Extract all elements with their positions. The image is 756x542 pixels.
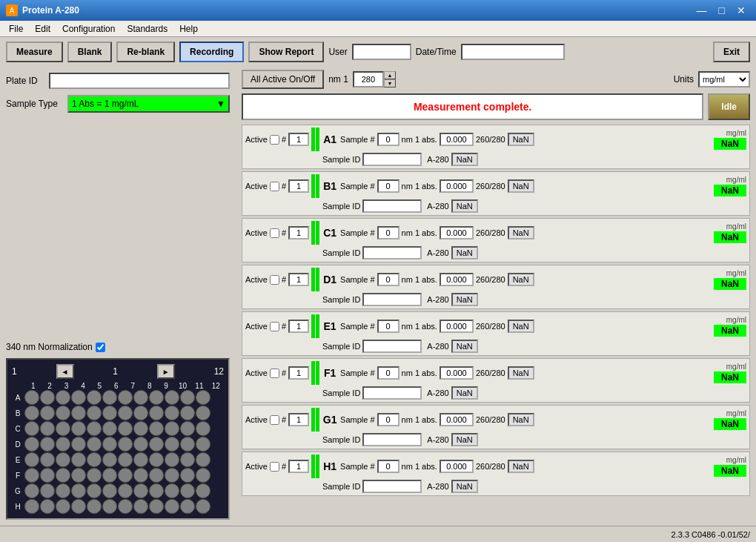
sample-num-C1[interactable] — [377, 226, 399, 239]
num-input-E1[interactable] — [288, 320, 309, 333]
nm1-abs-G1[interactable] — [440, 413, 474, 426]
well-a8[interactable] — [133, 390, 148, 405]
well-g7[interactable] — [118, 483, 133, 498]
well-c10[interactable] — [165, 421, 179, 436]
well-g2[interactable] — [40, 483, 55, 498]
well-b4[interactable] — [71, 406, 86, 420]
menu-configuration[interactable]: Configuration — [56, 22, 121, 36]
num-input-F1[interactable] — [288, 366, 309, 380]
well-e12[interactable] — [196, 452, 210, 467]
well-h5[interactable] — [87, 499, 102, 514]
well-f8[interactable] — [133, 468, 148, 483]
plate-id-input[interactable] — [49, 73, 230, 89]
well-d7[interactable] — [118, 437, 133, 452]
well-e1[interactable] — [24, 452, 39, 467]
well-h3[interactable] — [56, 499, 70, 514]
well-g4[interactable] — [71, 483, 86, 498]
re-blank-button[interactable]: Re-blank — [116, 42, 175, 62]
well-c12[interactable] — [196, 421, 210, 436]
sample-num-B1[interactable] — [377, 179, 399, 193]
num-input-G1[interactable] — [288, 413, 309, 426]
well-g5[interactable] — [87, 483, 102, 498]
well-d11[interactable] — [180, 437, 195, 452]
well-a6[interactable] — [102, 390, 117, 405]
num-input-D1[interactable] — [288, 273, 309, 286]
sample-id-input-H1[interactable] — [362, 480, 422, 493]
num-input-A1[interactable] — [288, 133, 309, 146]
well-h1[interactable] — [24, 499, 39, 514]
num-input-B1[interactable] — [288, 179, 309, 193]
well-c8[interactable] — [133, 421, 148, 436]
well-h12[interactable] — [196, 499, 210, 514]
active-checkbox-D1[interactable] — [270, 275, 279, 285]
well-b5[interactable] — [87, 406, 102, 420]
sample-num-F1[interactable] — [377, 366, 399, 380]
well-c6[interactable] — [102, 421, 117, 436]
sample-id-input-E1[interactable] — [362, 340, 422, 353]
well-b9[interactable] — [149, 406, 164, 420]
well-g12[interactable] — [196, 483, 210, 498]
active-checkbox-G1[interactable] — [270, 415, 279, 425]
plate-nav-left[interactable]: ◄ — [56, 364, 74, 379]
nm1-spin-up[interactable]: ▲ — [384, 71, 396, 79]
active-checkbox-B1[interactable] — [270, 182, 279, 191]
minimize-button[interactable]: — — [692, 4, 712, 16]
nm1-abs-E1[interactable] — [440, 320, 474, 333]
well-d10[interactable] — [165, 437, 179, 452]
all-active-button[interactable]: All Active On/Off — [242, 70, 324, 89]
sample-id-input-B1[interactable] — [362, 199, 422, 213]
close-button[interactable]: ✕ — [732, 4, 750, 16]
exit-button[interactable]: Exit — [713, 42, 750, 62]
sample-id-input-D1[interactable] — [362, 293, 422, 306]
plate-nav-right[interactable]: ► — [157, 364, 175, 379]
nm1-abs-A1[interactable] — [440, 133, 474, 146]
well-f12[interactable] — [196, 468, 210, 483]
well-c11[interactable] — [180, 421, 195, 436]
sample-type-select[interactable]: 1 Abs = 1 mg/mL ▼ — [67, 95, 230, 113]
measure-button[interactable]: Measure — [6, 42, 63, 62]
nm1-abs-D1[interactable] — [440, 273, 474, 286]
well-d12[interactable] — [196, 437, 210, 452]
well-a3[interactable] — [56, 390, 70, 405]
well-a2[interactable] — [40, 390, 55, 405]
sample-id-input-F1[interactable] — [362, 386, 422, 400]
well-c7[interactable] — [118, 421, 133, 436]
well-d4[interactable] — [71, 437, 86, 452]
well-e11[interactable] — [180, 452, 195, 467]
well-h2[interactable] — [40, 499, 55, 514]
well-b1[interactable] — [24, 406, 39, 420]
sample-id-input-C1[interactable] — [362, 246, 422, 260]
menu-standards[interactable]: Standards — [121, 22, 173, 36]
well-f5[interactable] — [87, 468, 102, 483]
well-d8[interactable] — [133, 437, 148, 452]
sample-num-A1[interactable] — [377, 133, 399, 146]
well-a11[interactable] — [180, 390, 195, 405]
well-g3[interactable] — [56, 483, 70, 498]
well-d9[interactable] — [149, 437, 164, 452]
well-a4[interactable] — [71, 390, 86, 405]
nm1-spin-down[interactable]: ▼ — [384, 79, 396, 87]
well-h4[interactable] — [71, 499, 86, 514]
well-d1[interactable] — [24, 437, 39, 452]
well-g8[interactable] — [133, 483, 148, 498]
well-a12[interactable] — [196, 390, 210, 405]
well-h10[interactable] — [165, 499, 179, 514]
well-f4[interactable] — [71, 468, 86, 483]
well-b3[interactable] — [56, 406, 70, 420]
well-c4[interactable] — [71, 421, 86, 436]
idle-button[interactable]: Idle — [708, 93, 750, 120]
well-f7[interactable] — [118, 468, 133, 483]
nm1-abs-F1[interactable] — [440, 366, 474, 380]
nm1-abs-B1[interactable] — [440, 179, 474, 193]
well-g1[interactable] — [24, 483, 39, 498]
well-a5[interactable] — [87, 390, 102, 405]
well-f1[interactable] — [24, 468, 39, 483]
well-h8[interactable] — [133, 499, 148, 514]
well-d3[interactable] — [56, 437, 70, 452]
well-a10[interactable] — [165, 390, 179, 405]
sample-id-input-A1[interactable] — [362, 153, 422, 166]
well-f10[interactable] — [165, 468, 179, 483]
active-checkbox-H1[interactable] — [270, 462, 279, 472]
well-b11[interactable] — [180, 406, 195, 420]
well-c2[interactable] — [40, 421, 55, 436]
